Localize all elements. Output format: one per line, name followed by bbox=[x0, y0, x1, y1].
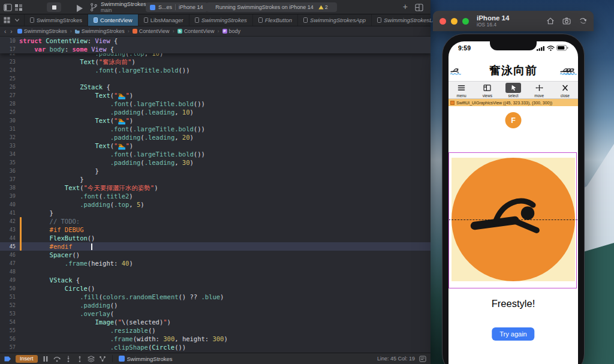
line-number: 50 bbox=[0, 284, 19, 293]
run-destination[interactable]: iPhone 14 bbox=[179, 4, 203, 10]
editor-tab[interactable]: SwimmingStrokes bbox=[25, 14, 88, 26]
scm-info[interactable]: SwimmingStrokes main bbox=[101, 1, 146, 14]
try-again-button[interactable]: Try again bbox=[492, 327, 534, 341]
scheme-selector[interactable]: S...es iPhone 14 bbox=[146, 2, 207, 12]
code-line[interactable]: 10struct ContentView: View { bbox=[0, 37, 431, 45]
code-text: #endif bbox=[19, 242, 73, 251]
toolbar-grid-icon[interactable] bbox=[14, 3, 23, 11]
code-line[interactable]: 54 Image("\(selected)") bbox=[0, 318, 431, 326]
code-line[interactable]: 35 .padding(.leading, 30) bbox=[0, 158, 431, 167]
debug-tool-menu[interactable]: menu bbox=[449, 82, 474, 98]
code-line[interactable]: 55 .resizable() bbox=[0, 326, 431, 335]
minimize-button[interactable] bbox=[451, 18, 458, 25]
code-line[interactable]: 42 // TODO: bbox=[0, 217, 431, 225]
code-line[interactable]: 36 } bbox=[0, 167, 431, 175]
debug-tool-select[interactable]: select bbox=[500, 82, 526, 98]
code-line[interactable]: 40 .padding(.top, 5) bbox=[0, 200, 431, 209]
code-line[interactable]: 51 .fill(colors.randomElement() ?? .blue… bbox=[0, 293, 431, 301]
debug-tool-label: move bbox=[534, 94, 544, 98]
rotate-icon[interactable] bbox=[579, 17, 587, 25]
navigator-toggle-icon[interactable] bbox=[4, 3, 12, 11]
code-line[interactable]: 24 .font(.largeTitle.bold()) bbox=[0, 66, 431, 74]
issues-badge[interactable]: 2 bbox=[318, 4, 328, 10]
code-line[interactable]: 28 .font(.largeTitle.bold()) bbox=[0, 100, 431, 108]
code-line[interactable]: 50 Circle() bbox=[0, 284, 431, 293]
code-text: .padding(.leading, 30) bbox=[19, 158, 194, 167]
debug-tool-views[interactable]: views bbox=[474, 82, 500, 98]
code-scroll[interactable]: 22 .padding(.top, 10)23 Text("奮泳向前")24 .… bbox=[0, 49, 431, 351]
stop-button[interactable] bbox=[47, 2, 61, 12]
code-line[interactable]: 33 Text("🏊") bbox=[0, 142, 431, 150]
source-change-bar[interactable] bbox=[20, 217, 22, 251]
code-line[interactable]: 37 } bbox=[0, 175, 431, 183]
step-into-icon[interactable] bbox=[65, 356, 72, 362]
code-line[interactable]: 45 #endif bbox=[0, 242, 431, 251]
code-line[interactable]: 27 Text("🏊") bbox=[0, 91, 431, 100]
forward-button[interactable]: › bbox=[10, 28, 12, 35]
code-line[interactable]: 17 var body: some View { bbox=[0, 45, 431, 53]
step-out-icon[interactable] bbox=[76, 356, 83, 362]
simulator-window: iPhone 14 iOS 16.4 9:59 bbox=[433, 11, 594, 31]
code-line[interactable]: 44 FlexButton() bbox=[0, 234, 431, 242]
code-line[interactable]: 56 .frame(width: 300, height: 300) bbox=[0, 335, 431, 343]
iphone-screen[interactable]: 9:59 奮泳向前 menuviewss bbox=[449, 41, 578, 364]
editor-tab[interactable]: ContentView bbox=[88, 14, 139, 26]
code-line[interactable]: 30 Text("🏊") bbox=[0, 116, 431, 125]
code-line[interactable]: 34 .font(.largeTitle.bold()) bbox=[0, 150, 431, 158]
breadcrumb-label: SwimmingStrokes bbox=[82, 28, 125, 34]
code-line[interactable]: 47 .frame(height: 40) bbox=[0, 259, 431, 267]
code-line[interactable]: 48 bbox=[0, 267, 431, 276]
code-line[interactable]: 43 #if DEBUG bbox=[0, 225, 431, 234]
code-text: Text("奮泳向前") bbox=[19, 58, 136, 66]
code-line[interactable]: 57 .clipShape(Circle()) bbox=[0, 343, 431, 351]
breadcrumb-item[interactable]: Pbody bbox=[222, 28, 241, 34]
back-button[interactable]: ‹ bbox=[4, 28, 6, 35]
code-line[interactable]: 38 Text("今天要揮灑汗水的姿勢") bbox=[0, 183, 431, 192]
breadcrumb-item[interactable]: SwimmingStrokes bbox=[75, 28, 125, 34]
close-button[interactable] bbox=[440, 18, 446, 25]
debug-tool-move[interactable]: move bbox=[526, 82, 552, 98]
code-line[interactable]: 41 } bbox=[0, 209, 431, 217]
code-line[interactable]: 25 bbox=[0, 74, 431, 83]
screenshot-icon[interactable] bbox=[562, 17, 571, 25]
code-line[interactable]: 26 ZStack { bbox=[0, 83, 431, 91]
editor-tab[interactable]: FlexButton bbox=[253, 14, 298, 26]
memory-graph-icon[interactable] bbox=[99, 356, 106, 362]
branch-name: main bbox=[101, 8, 146, 14]
code-line[interactable]: 32 .padding(.leading, 20) bbox=[0, 133, 431, 142]
add-button[interactable]: + bbox=[403, 2, 408, 11]
run-button[interactable] bbox=[77, 4, 83, 11]
code-line[interactable]: 39 .font(.title2) bbox=[0, 192, 431, 200]
simulator-titlebar[interactable]: iPhone 14 iOS 16.4 bbox=[433, 11, 594, 31]
debug-tool-close[interactable]: close bbox=[552, 82, 578, 98]
breakpoints-toggle-icon[interactable] bbox=[4, 356, 11, 362]
editor-tab[interactable]: SwimmingStrokesApp bbox=[298, 14, 372, 26]
chevron-down-icon[interactable] bbox=[14, 17, 20, 23]
code-text: } bbox=[19, 175, 83, 183]
editor-tab[interactable]: SwimmingStrokes bbox=[189, 14, 253, 26]
breadcrumb-item[interactable]: SContentView bbox=[177, 28, 215, 34]
code-line[interactable]: 52 .padding() bbox=[0, 301, 431, 309]
code-editor[interactable]: 10struct ContentView: View {17 var body:… bbox=[0, 37, 431, 353]
library-button[interactable] bbox=[415, 3, 423, 11]
editor-tab[interactable]: LibsManager bbox=[139, 14, 189, 26]
code-line[interactable]: 53 .overlay( bbox=[0, 309, 431, 318]
pause-icon[interactable] bbox=[42, 356, 49, 362]
view-hierarchy-icon[interactable] bbox=[88, 356, 95, 362]
status-icons bbox=[537, 45, 568, 51]
breadcrumb-item[interactable]: SwimmingStrokes bbox=[17, 28, 67, 34]
code-line[interactable]: 46 Spacer() bbox=[0, 251, 431, 259]
step-over-icon[interactable] bbox=[53, 356, 61, 362]
floating-badge[interactable]: F bbox=[505, 112, 522, 128]
code-line[interactable]: 49 VStack { bbox=[0, 276, 431, 284]
running-process[interactable]: SwimmingStrokes bbox=[119, 356, 173, 362]
zoom-button[interactable] bbox=[462, 18, 469, 25]
home-icon[interactable] bbox=[546, 17, 555, 25]
activity-viewer: Running SwimmingStrokes on iPhone 14 2 bbox=[206, 2, 337, 12]
code-line[interactable]: 31 .font(.largeTitle.bold()) bbox=[0, 125, 431, 133]
code-line[interactable]: 23 Text("奮泳向前") bbox=[0, 58, 431, 66]
editor-settings-icon[interactable] bbox=[419, 356, 426, 362]
code-line[interactable]: 29 .padding(.leading, 10) bbox=[0, 108, 431, 116]
breadcrumb-item[interactable]: ContentView bbox=[133, 28, 170, 34]
tab-overview-icon[interactable] bbox=[4, 17, 10, 23]
